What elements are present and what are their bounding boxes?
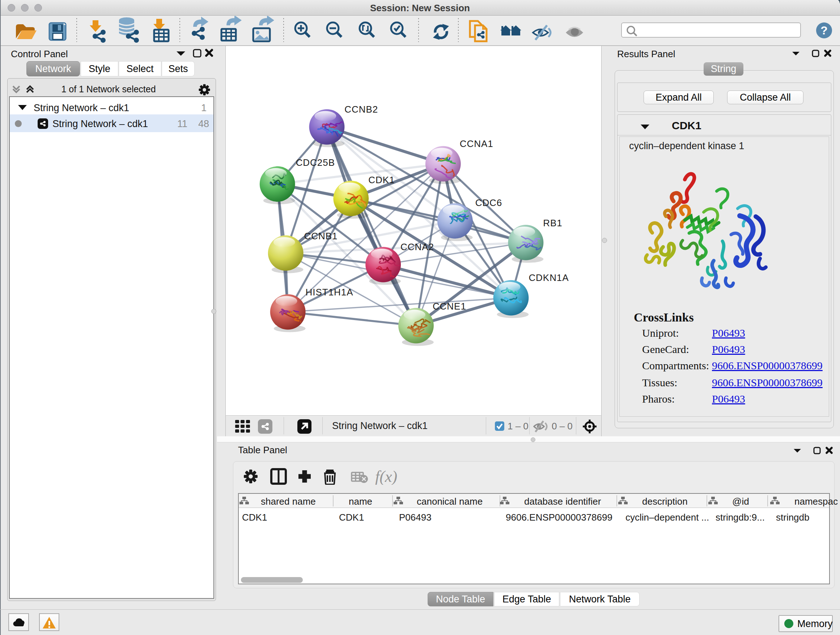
svg-text:CCNB1: CCNB1	[304, 231, 338, 241]
svg-text:f(x): f(x)	[375, 468, 397, 485]
svg-text:CDC25B: CDC25B	[296, 157, 335, 168]
svg-text:CDC6: CDC6	[475, 198, 502, 208]
svg-text:CCNE1: CCNE1	[433, 301, 466, 311]
svg-text:RB1: RB1	[543, 218, 562, 228]
svg-text:CDKN1A: CDKN1A	[529, 272, 569, 283]
svg-text:CCNA2: CCNA2	[401, 242, 434, 252]
svg-text:CDK1: CDK1	[368, 175, 395, 185]
svg-text:CCNB2: CCNB2	[344, 104, 378, 114]
svg-text:CCNA1: CCNA1	[460, 139, 493, 149]
svg-text:HIST1H1A: HIST1H1A	[306, 287, 354, 297]
